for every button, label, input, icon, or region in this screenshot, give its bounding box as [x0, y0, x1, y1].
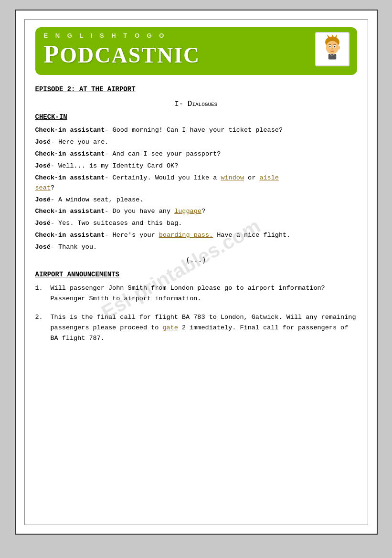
dialogues-heading: I- Dialogues [35, 100, 357, 108]
avatar-box [315, 32, 350, 66]
speaker-3: Check-in assistant [35, 150, 105, 158]
announcement-text-2: This is the final call for flight BA 783… [51, 312, 357, 343]
svg-marker-1 [327, 34, 330, 38]
link-boarding-pass: boarding pass. [159, 232, 213, 239]
speaker-2: José [35, 138, 51, 146]
dialogue-line-10: José- Thank you. [35, 242, 357, 253]
speaker-5: Check-in assistant [35, 174, 105, 181]
speaker-6: José [35, 196, 51, 203]
dialogue-line-1: Check-in assistant- Good morning! Can I … [35, 126, 357, 136]
speaker-10: José [35, 243, 51, 251]
dialogue-block: Check-in assistant- Good morning! Can I … [35, 126, 357, 253]
svg-point-4 [326, 41, 338, 54]
speaker-4: José [35, 162, 51, 169]
outer-border: E N G L I S H T O G O PODCASTNIC [15, 10, 378, 535]
header-banner: E N G L I S H T O G O PODCASTNIC [35, 27, 357, 75]
dialogue-line-4: José- Well... is my Identity Card OK? [35, 161, 357, 171]
dialogue-line-3: Check-in assistant- And can I see your p… [35, 149, 357, 159]
svg-point-10 [337, 46, 340, 50]
link-aisle: aisle [259, 174, 279, 181]
tagline: E N G L I S H T O G O [44, 32, 349, 39]
announcement-1: 1. Will passenger John Smith from London… [35, 283, 357, 304]
svg-rect-11 [328, 54, 336, 60]
link-window: window [221, 174, 244, 181]
svg-point-8 [334, 46, 335, 48]
announcement-number-1: 1. [35, 283, 47, 294]
svg-point-9 [331, 48, 333, 49]
speaker-1: Check-in assistant [35, 126, 105, 134]
dialogue-line-5: Check-in assistant- Certainly. Would you… [35, 173, 357, 193]
ellipsis: (...) [35, 256, 357, 264]
dialogue-line-9: Check-in assistant- Here's your boarding… [35, 231, 357, 241]
dialogue-line-8: José- Yes. Two suitcases and this bag. [35, 219, 357, 229]
announcement-2: 2. This is the final call for flight BA … [35, 312, 357, 343]
speaker-8: José [35, 220, 51, 227]
dialogue-line-6: José- A window seat, please. [35, 195, 357, 205]
brand-title: PODCASTNIC [44, 40, 349, 68]
link-luggage: luggage [174, 208, 201, 215]
seat-text: seat? [35, 184, 55, 191]
inner-content: E N G L I S H T O G O PODCASTNIC [24, 19, 368, 525]
announcement-number-2: 2. [35, 312, 47, 323]
dialogue-line-2: José- Here you are. [35, 137, 357, 147]
link-gate: gate [162, 324, 178, 331]
svg-point-7 [329, 46, 330, 48]
episode-title: EPISODE 2: AT THE AIRPORT [35, 85, 357, 93]
speaker-9: Check-in assistant [35, 232, 105, 239]
announcements-heading: AIRPORT ANNOUNCEMENTS [35, 271, 357, 278]
dialogue-line-7: Check-in assistant- Do you have any lugg… [35, 207, 357, 217]
avatar-illustration [317, 33, 348, 65]
announcements-section: AIRPORT ANNOUNCEMENTS 1. Will passenger … [35, 271, 357, 343]
announcement-text-1: Will passenger John Smith from London pl… [51, 283, 357, 304]
speaker-7: Check-in assistant [35, 208, 105, 215]
checkin-heading: CHECK-IN [35, 113, 357, 121]
